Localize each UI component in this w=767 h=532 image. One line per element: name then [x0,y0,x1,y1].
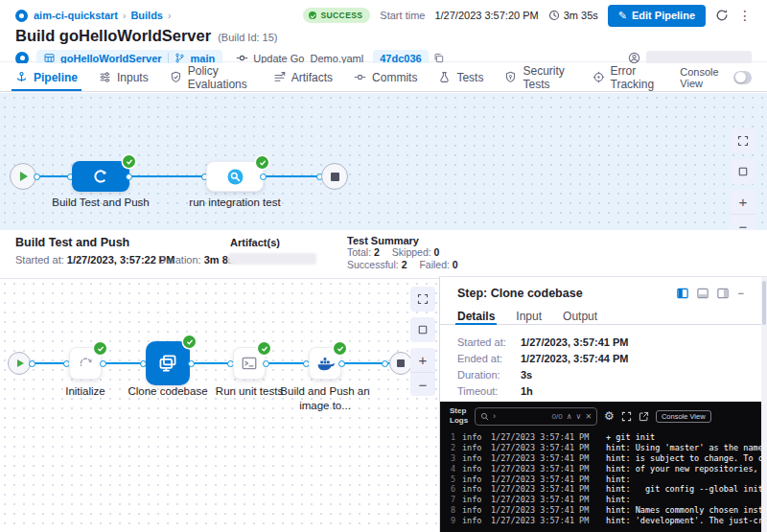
zoom-out-button[interactable]: − [410,372,435,396]
log-search-input[interactable] [500,411,526,421]
log-timestamp: 1/27/2023 3:57:41 PM [491,443,606,452]
edit-pipeline-button[interactable]: ✎ Edit Pipeline [608,5,706,27]
log-timestamp: 1/27/2023 3:57:41 PM [491,495,606,504]
tab-commits[interactable]: Commits [354,63,417,91]
step-node-initialize[interactable] [69,347,102,380]
fit-to-view-button[interactable] [410,317,435,342]
log-line-number: 3 [440,453,455,463]
tab-artifacts[interactable]: Artifacts [273,63,333,91]
detail-row: Ended at: 1/27/2023, 3:57:44 PM [457,350,767,366]
more-options-icon[interactable]: ⋮ [738,8,752,23]
stage-node-build-test-and-push[interactable] [72,161,129,192]
log-level: info [462,484,491,494]
tab-pipeline[interactable]: Pipeline [15,63,78,91]
success-check-badge [183,335,196,348]
build-execution-page: aim-ci-quickstart › Builds › SUCCESS Sta… [0,0,767,532]
connector-dot [260,173,267,180]
breadcrumb-project[interactable]: aim-ci-quickstart [34,10,118,21]
log-message: hint: 'development'. The just-created b [606,516,762,525]
log-message: hint: [606,495,762,504]
search-prompt: › [493,411,496,421]
stage-pipeline-canvas[interactable]: Build Test and Push run integration test… [0,93,767,230]
detail-row: Started at: 1/27/2023, 3:57:41 PM [457,334,767,350]
search-next-icon[interactable]: ∨ [576,412,582,421]
log-line: 9 info 1/27/2023 3:57:41 PM hint: 'devel… [440,515,762,525]
step-node-run-unit-tests[interactable] [233,347,266,380]
log-search-box[interactable]: › 0/0 ∧ ∨ ✕ [475,407,597,426]
success-check-badge [256,156,268,169]
step-logs-title: Step Logs [450,406,468,426]
breadcrumb-builds[interactable]: Builds [130,10,163,21]
zoom-in-button[interactable]: + [731,190,755,214]
log-line-number: 1 [440,432,455,442]
step-node-clone-codebase[interactable] [146,341,190,385]
connector-dot [126,173,132,180]
play-icon [17,359,24,367]
tab-inputs[interactable]: Inputs [99,63,149,91]
log-line-number: 8 [440,505,455,515]
fit-to-view-button[interactable] [731,159,755,184]
log-timestamp: 1/27/2023 3:57:41 PM [491,432,606,442]
expand-canvas-button[interactable] [731,128,755,153]
log-settings-gear-icon[interactable]: ⚙ [604,409,615,423]
connector-dot [100,360,106,367]
log-level: info [462,453,491,463]
pipeline-end-node[interactable] [321,163,348,190]
tab-security-tests[interactable]: Security Tests [504,63,570,91]
ci-stage-icon [92,168,109,185]
execution-tabbar: Pipeline Inputs Policy Evaluations Artif… [0,63,767,92]
tab-tests[interactable]: Tests [438,63,483,91]
search-prev-icon[interactable]: ∧ [567,412,572,421]
step-pipeline-canvas[interactable]: Initialize Clone codebase Run unit tests [0,278,439,532]
console-view-toggle[interactable] [733,71,752,84]
branch-name[interactable]: main [191,53,216,64]
log-line: 3 info 1/27/2023 3:57:41 PM hint: is sub… [440,453,762,464]
step-node-build-and-push[interactable] [309,347,341,380]
tab-details[interactable]: Details [457,310,495,324]
pipeline-start-node[interactable] [10,163,36,190]
stop-icon [397,359,405,367]
connector-dot [338,360,345,367]
minimize-panel-icon[interactable]: − [737,287,744,300]
copy-icon[interactable] [433,53,444,63]
stage-summary-band: Build Test and Push Started at: 1/27/202… [0,230,767,278]
tab-output[interactable]: Output [563,310,597,324]
expand-canvas-button[interactable] [410,287,435,312]
stage-duration: Duration: 3m 8s [158,254,234,266]
connector-dot [34,173,40,180]
step-label: Build and Push an image to... [277,384,373,413]
tab-input[interactable]: Input [516,310,542,324]
log-timestamp: 1/27/2023 3:57:41 PM [491,453,606,463]
console-view-button[interactable]: Console View [656,410,711,423]
zoom-in-button[interactable]: + [410,348,435,372]
repo-name[interactable]: goHelloWorldServer [60,53,162,64]
log-fullscreen-icon[interactable] [621,411,632,422]
security-shield-icon [504,71,517,83]
stage-node-run-integration-test[interactable] [206,161,264,192]
search-match-count: 0/0 [552,412,563,421]
search-clear-icon[interactable]: ✕ [585,412,592,421]
stage-summary-title: Build Test and Push [15,236,129,249]
panel-scrollbar[interactable] [761,277,767,532]
detail-label: Duration: [457,369,521,381]
refresh-icon[interactable] [715,9,729,22]
step-panel-tabs: Details Input Output [440,300,767,325]
log-level: info [462,432,491,442]
log-level: info [462,443,491,452]
pipeline-icon [15,71,28,83]
layout-right-view-icon[interactable] [717,288,729,299]
play-icon [20,172,28,181]
log-open-external-icon[interactable] [639,411,649,422]
layout-bottom-view-icon[interactable] [697,288,709,299]
start-time-label: Start time [380,10,425,21]
search-icon [480,412,489,421]
start-time-value: 1/27/2023 3:57:20 PM [434,10,538,21]
log-timestamp: 1/27/2023 3:57:41 PM [491,464,606,474]
layout-split-view-icon[interactable] [677,288,688,299]
tab-error-tracking[interactable]: Error Tracking [593,63,660,91]
step-start-node[interactable] [8,352,31,375]
commit-message[interactable]: Update Go_Demo.yaml [253,53,363,64]
success-check-badge [334,342,346,355]
step-end-node[interactable] [389,352,412,375]
tab-policy-evaluations[interactable]: Policy Evaluations [170,63,252,91]
